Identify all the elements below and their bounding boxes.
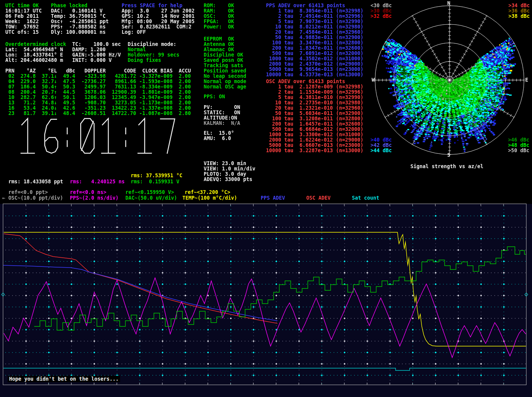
version-info: App: 3.0 27 Jun 2002: [122, 8, 195, 14]
receiver-status: EEPROM OK: [204, 36, 234, 42]
filter-status: STATIC: ON: [204, 110, 240, 115]
status-message: Hope you didn't bet on the losers...: [8, 376, 120, 382]
mask-settings: EL: 15.0°: [204, 131, 234, 136]
adev-table-row: 20 tau 1.2321e-010 (n=32960): [266, 106, 363, 111]
clock-digit: [45, 119, 58, 153]
adev-table-row: 10 tau 2.2735e-010 (n=32980): [266, 100, 363, 106]
adev-table-row: 50 tau 4.9883e-011 (n=32900): [266, 35, 363, 40]
receiver-status: Almanac OK: [204, 47, 234, 52]
clock-digit: [21, 118, 34, 153]
view-settings: VIEW: 1.0 min/div: [204, 166, 255, 172]
position-block: Alt: 204.46002480 m: [5, 58, 63, 63]
adev-table-row: 2000 tau 1.6224e-012 (n=29000): [266, 137, 363, 143]
adev-table-row: 100 tau 3.3476e-011 (n=32800): [266, 40, 363, 46]
selftest-status: ROM: OK: [204, 3, 234, 8]
discipline-mode: Doing fixes: [128, 58, 161, 63]
adev-table-row: 10000 tau 4.5373e-013 (n=13000): [266, 72, 363, 77]
adev-table-row: 20 tau 7.4584e-011 (n=32960): [266, 30, 363, 35]
utc-status: UTC ofs: 15: [5, 30, 39, 35]
view-settings: VIEW: 23.0 min: [204, 161, 246, 166]
adev-table-title: PPS ADEV over 61413 points: [266, 3, 345, 8]
adev-table-row: 5000 tau 9.9654e-013 (n=23000): [266, 67, 363, 72]
utc-status: Week: 1622: [5, 19, 39, 24]
receiver-status: No leap second: [204, 74, 246, 79]
adev-table-row: 10 tau 8.0212e-011 (n=32980): [266, 24, 363, 30]
oscillator-status: Dly: 100.000001 ns: [51, 30, 106, 35]
adev-table-row: 2000 tau 2.4370e-012 (n=29000): [266, 61, 363, 67]
clock-digit: [81, 118, 94, 153]
scale-osc: OSC~(10.0 ppt/div): [8, 195, 63, 201]
selftest-status: FPGA: OK: [204, 19, 234, 24]
prn-table-row: 02 274.8 37.1↓ 49.4 -323.98 4281.72 -3.3…: [5, 74, 191, 79]
adev-table-row: 500 tau 7.6091e-012 (n=32000): [266, 51, 363, 56]
adev-table-row: 100 tau 3.1208e-011 (n=32800): [266, 116, 363, 121]
loop-params: TC: 100.0 sec: [72, 42, 121, 47]
discipline-mode: Discipline mode:: [128, 42, 176, 47]
rms-temp: rms: 37.539951 °C: [131, 173, 182, 178]
loop-params: DAMP: 1.200: [72, 47, 106, 52]
utc-status: 16:01:17 UTC: [5, 8, 42, 14]
rms-osc: rms: 18.433058 ppt: [8, 179, 63, 184]
position-block: Lat: 54.4964948° N: [5, 47, 63, 52]
lady-heather-console: Hope you didn't bet on the losers... UTC…: [0, 0, 532, 397]
prn-table-row: 04 229.0 32.7↓ 47.5 -2736.27 8961.66 -1.…: [5, 79, 191, 84]
adev-table-row: 1000 tau 4.3502e-012 (n=31000): [266, 56, 363, 61]
receiver-status: Normal op mode: [204, 79, 246, 84]
plot-label-pps-adev: PPS ADEV: [261, 195, 285, 201]
discipline-mode: Normal: [128, 47, 146, 52]
prn-table-row: 10 282.7 62.6↑ 50.1 1206.03 12345.49 -3.…: [5, 95, 191, 100]
pps-status: PPS: ON: [204, 94, 225, 99]
prn-table-row: 16 53.4 24.0↓ 42.6 -351.23 13422.23 -1.3…: [5, 106, 191, 111]
adev-table-row: 500 tau 6.6684e-012 (n=32000): [266, 127, 363, 132]
mask-settings: AMU: 6.0: [204, 136, 231, 141]
clock-digit: [138, 118, 151, 153]
oscillator-status: Osc↑ -4.285061 ppt: [51, 19, 109, 24]
clock-digit: [160, 119, 174, 153]
ref-osc: ref=<0.0 ppt>: [8, 190, 48, 195]
scale-pps: PPS~(2.0 ns/div): [70, 195, 119, 201]
adev-table-title: OSC ADEV over 61413 points: [266, 79, 345, 84]
receiver-status: Antenna OK: [204, 42, 234, 47]
oscillator-status: PPS↑ -7.888502 ns: [51, 24, 106, 30]
adev-table-row: 1000 tau 3.3300e-012 (n=31000): [266, 132, 363, 137]
selftest-status: OSC: OK: [204, 14, 234, 19]
adev-table-row: 2 tau 7.4914e-011 (n=32996): [266, 14, 363, 19]
adev-table-row: 5 tau 4.3811e-010 (n=32990): [266, 95, 363, 100]
clock-digit: [101, 118, 115, 153]
rms-pps: rms: 4.240125 ns: [70, 179, 125, 184]
view-settings: PLOTQ: 3.0 day: [204, 172, 246, 177]
strip-chart: [0, 201, 532, 397]
receiver-status: Tracking sats: [204, 63, 243, 68]
ref-pps: ref=<0.0 ns>: [70, 190, 106, 195]
adev-table-row: 5000 tau 6.6607e-013 (n=23000): [266, 143, 363, 148]
ref-temp: ref~<37.200 °C>: [185, 190, 230, 195]
satellite-azel-map: [365, 0, 532, 175]
prn-table-row: 07 186.4 50.4↑ 50.3 2499.97 7631.13 -8.3…: [5, 84, 191, 90]
receiver-status: Saved posn OK: [204, 58, 243, 63]
view-settings: ADEVQ: 33000 pts: [204, 177, 252, 182]
receiver-status: Discipline OK: [204, 52, 243, 58]
version-info: Log: OFF: [122, 30, 146, 35]
plot-label-sat-count: Sat count: [352, 195, 379, 201]
prn-table-row: 08 200.4 20.7↑ 44.5 3678.06 12900.39 1.8…: [5, 90, 191, 95]
adev-table-row: 200 tau 1.6457e-011 (n=32600): [266, 121, 363, 127]
version-info: GPS: 10.2 14 Nov 2001: [122, 14, 195, 19]
adev-table-row: 5 tau 7.9073e-011 (n=32990): [266, 19, 363, 24]
version-info: Ser: 0.82362611 COM:2: [122, 24, 192, 30]
adev-table-row: 200 tau 1.8347e-011 (n=32600): [266, 46, 363, 51]
adev-table-row: 1 tau 8.3054e-011 (n=32998): [266, 8, 363, 14]
prn-table-header: PRN °AZ °EL dBc DOPPLER CODE CLOCK BIAS …: [5, 68, 191, 74]
adev-table-row: 10000 tau 3.2287e-013 (n=13000): [266, 148, 363, 153]
receiver-status: Position saved: [204, 68, 246, 74]
selftest-status: RAM: OK: [204, 8, 234, 14]
loop-params: GAIN:-5.000 Hz/V: [72, 52, 121, 58]
adev-table-row: 50 tau 5.6034e-011 (n=32900): [266, 111, 363, 116]
utc-status: UTC time OK: [5, 3, 39, 8]
plot-label-osc-adev: OSC ADEV: [306, 195, 331, 201]
adev-table-row: 2 tau 1.1534e-009 (n=32996): [266, 90, 363, 95]
adev-table-row: 1 tau 2.1287e-009 (n=32998): [266, 84, 363, 90]
oscillator-status: DAC: 0.160141 V: [51, 8, 103, 14]
selftest-status: Power: OK: [204, 24, 234, 30]
version-info: Mfg: 08:00 20 May 2005: [122, 19, 195, 24]
loop-params: INIT: 0.000 V: [72, 58, 112, 63]
